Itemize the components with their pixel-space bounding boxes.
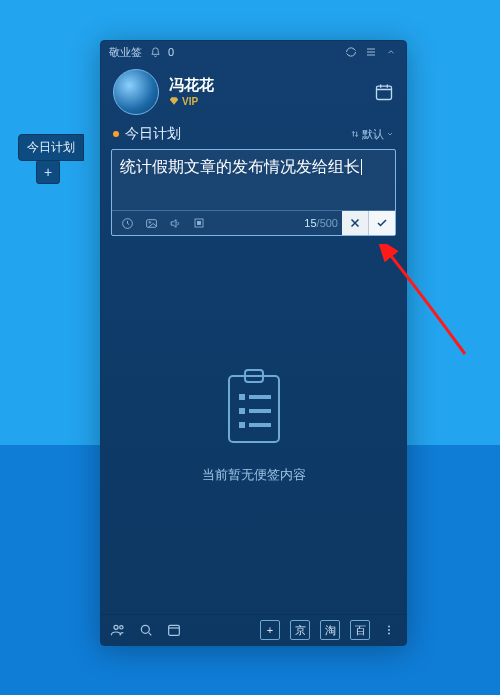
section-header: 今日计划 默认 [101,121,406,149]
sort-dropdown[interactable]: 默认 [350,127,394,142]
clock-icon[interactable] [118,214,136,232]
section-title: 今日计划 [125,125,181,143]
svg-rect-9 [249,395,271,399]
svg-rect-11 [249,409,271,413]
image-icon[interactable] [142,214,160,232]
menu-icon[interactable] [364,45,378,59]
side-add-button[interactable]: + [36,160,60,184]
search-icon[interactable] [137,621,155,639]
confirm-button[interactable] [368,211,395,235]
contacts-icon[interactable] [109,621,127,639]
note-textarea[interactable]: 统计假期文章的发布情况发给组长 [112,150,395,210]
svg-rect-17 [169,625,180,635]
sort-icon [350,129,360,139]
more-icon[interactable] [380,621,398,639]
svg-point-19 [388,629,390,631]
footer-baidu-button[interactable]: 百 [350,620,370,640]
svg-point-20 [388,633,390,635]
svg-rect-0 [377,86,392,99]
svg-point-14 [114,625,118,629]
svg-point-18 [388,626,390,628]
footer-taobao-button[interactable]: 淘 [320,620,340,640]
svg-point-3 [149,221,151,223]
side-tab-label: 今日计划 [27,140,75,154]
sound-icon[interactable] [166,214,184,232]
titlebar: 敬业签 0 [101,41,406,63]
char-count: 15/500 [304,217,342,229]
user-name: 冯花花 [169,77,214,94]
svg-rect-5 [198,222,201,225]
sync-icon[interactable] [344,45,358,59]
svg-point-16 [141,625,149,633]
content-area: 当前暂无便签内容 [101,236,406,614]
svg-rect-10 [239,408,245,414]
note-editor: 统计假期文章的发布情况发给组长 15/500 [111,149,396,236]
check-icon [375,217,389,229]
side-tab-today-plan[interactable]: 今日计划 [18,134,84,161]
svg-point-15 [120,626,123,629]
footer: + 京 淘 百 [101,614,406,645]
bell-icon[interactable] [148,45,162,59]
sort-label: 默认 [362,127,384,142]
svg-rect-12 [239,422,245,428]
editor-toolbar: 15/500 [112,210,395,235]
empty-message: 当前暂无便签内容 [202,466,306,484]
diamond-icon [169,96,179,106]
close-icon [349,217,361,229]
svg-rect-8 [239,394,245,400]
svg-rect-2 [146,219,156,227]
text-caret [361,159,362,175]
clipboard-icon [219,366,289,452]
stop-icon[interactable] [190,214,208,232]
chevron-down-icon [386,130,394,138]
footer-jd-button[interactable]: 京 [290,620,310,640]
cancel-button[interactable] [342,211,368,235]
calendar-icon[interactable] [374,82,394,102]
vip-badge: VIP [169,96,214,107]
badge-count: 0 [168,46,174,58]
calendar-small-icon[interactable] [165,621,183,639]
desktop: 今日计划 + 敬业签 0 冯花花 [0,0,500,695]
collapse-icon[interactable] [384,45,398,59]
user-row: 冯花花 VIP [101,63,406,121]
plus-icon: + [44,164,52,180]
svg-rect-13 [249,423,271,427]
app-name: 敬业签 [109,45,142,60]
footer-add-button[interactable]: + [260,620,280,640]
section-dot-icon [113,131,119,137]
avatar[interactable] [113,69,159,115]
app-window: 敬业签 0 冯花花 VIP [100,40,407,646]
